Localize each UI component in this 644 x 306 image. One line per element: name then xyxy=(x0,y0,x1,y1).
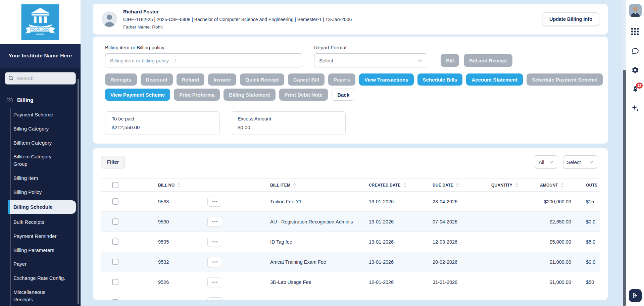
report-format-select[interactable]: Select xyxy=(314,53,427,67)
action-button-back[interactable]: Back xyxy=(332,89,355,101)
sidebar-item-billing-policy[interactable]: Billing Policy xyxy=(13,185,66,199)
row-checkbox[interactable] xyxy=(112,279,118,285)
sidebar-scrollbar[interactable] xyxy=(78,79,79,304)
table-filter-button[interactable]: Filter xyxy=(101,156,125,168)
sidebar-item-billitem-category[interactable]: BillItem Category xyxy=(13,136,66,150)
row-actions-button[interactable]: ⋯ xyxy=(207,217,222,227)
report-format-label: Report Format xyxy=(314,45,427,50)
table-row: 9532⋯Amcat Training Exam Fee13-01-202620… xyxy=(101,252,600,272)
cell-bill-no: 9530 xyxy=(150,212,198,232)
row-checkbox[interactable] xyxy=(112,259,118,265)
action-button-cancel-bill[interactable]: Cancel Bill xyxy=(288,73,325,86)
sidebar-item-miscellaneous-receipts[interactable]: Miscellaneous Receipts xyxy=(13,285,66,306)
row-checkbox[interactable] xyxy=(112,299,118,300)
sidebar-item-billitem-category-group[interactable]: Billitem Category Group xyxy=(13,150,66,171)
logo-area: YOUR LOGO HERE xyxy=(0,0,81,44)
row-checkbox[interactable] xyxy=(112,239,118,245)
action-button-print-proforma[interactable]: Print Proforma xyxy=(174,89,220,101)
row-select-cell xyxy=(101,212,150,232)
sidebar-item-billing-parameters[interactable]: Billing Parameters xyxy=(13,243,66,257)
vertical-scrollbar-thumb[interactable] xyxy=(623,70,626,306)
action-button-schedule-bills[interactable]: Schedule Bills xyxy=(417,73,463,86)
right-icon-rail: 12 xyxy=(626,0,644,306)
cell-quantity xyxy=(483,252,532,272)
sort-icon[interactable] xyxy=(515,183,518,188)
settings-gear-icon[interactable] xyxy=(631,66,639,74)
student-avatar xyxy=(102,11,117,27)
sidebar-item-bulk-receipts[interactable]: Bulk Receipts xyxy=(13,215,66,229)
row-checkbox[interactable] xyxy=(112,218,118,225)
page-size-select[interactable]: All xyxy=(535,155,557,169)
cell-quantity xyxy=(483,272,532,292)
table-action-select[interactable]: Select xyxy=(563,155,597,169)
sidebar-section-billing[interactable]: Billing xyxy=(0,94,81,106)
logout-button[interactable] xyxy=(629,289,642,302)
column-header-created-date[interactable]: CREATED DATE xyxy=(361,179,426,192)
cell-bill-item: Tuition Fee Y1 xyxy=(262,192,361,212)
sidebar-item-billing-category[interactable]: Billing Category xyxy=(13,122,66,136)
sidebar-item-billing-schedule[interactable]: Billing Schedule xyxy=(8,200,76,214)
action-button-print-debit-note[interactable]: Print Debit Note xyxy=(279,89,328,101)
cell-amount: $2,650.00 xyxy=(532,212,575,232)
cell-created-date xyxy=(361,292,426,300)
sidebar-item-payer[interactable]: Payer xyxy=(13,257,66,271)
action-button-view-payment-scheme[interactable]: View Payment Scheme xyxy=(105,89,170,101)
row-checkbox[interactable] xyxy=(112,198,118,205)
action-button-account-statement[interactable]: Account Statement xyxy=(466,73,523,86)
sidebar-search xyxy=(5,72,76,85)
row-actions-button[interactable]: ⋯ xyxy=(207,277,222,287)
chat-icon[interactable] xyxy=(631,47,639,55)
sidebar-item-payment-scheme[interactable]: Payment Scheme xyxy=(13,108,66,122)
sparkles-icon[interactable] xyxy=(631,104,639,112)
action-button-discount[interactable]: Discount xyxy=(141,73,173,86)
sidebar-item-exchange-rate-config[interactable]: Exchange Rate Config. xyxy=(13,271,66,285)
column-header-amount[interactable]: AMOUNT xyxy=(532,179,575,192)
sort-icon[interactable] xyxy=(561,183,564,188)
row-actions-button[interactable]: ⋯ xyxy=(207,197,222,207)
sort-icon[interactable] xyxy=(456,183,459,188)
vertical-scrollbar-track[interactable] xyxy=(623,0,626,306)
sort-icon[interactable] xyxy=(293,183,296,188)
action-button-schedule-payment-scheme[interactable]: Schedule Payment Scheme xyxy=(527,73,603,86)
action-button-view-transactions[interactable]: View Transactions xyxy=(359,73,414,86)
update-billing-info-button[interactable]: Update Billing Info xyxy=(543,12,599,26)
cell-bill-no: 9533 xyxy=(150,192,198,212)
select-all-checkbox[interactable] xyxy=(112,182,118,188)
row-actions-cell: ⋯ xyxy=(198,272,262,292)
action-button-quick-receipt[interactable]: Quick Receipt xyxy=(240,73,284,86)
action-button-receipts[interactable]: Receipts xyxy=(105,73,137,86)
apps-grid-icon[interactable] xyxy=(631,28,639,36)
billing-item-input[interactable] xyxy=(105,53,302,67)
cell-bill-item: Amcat Training Exam Fee xyxy=(262,252,361,272)
column-header-bill-no[interactable]: BILL NO xyxy=(150,179,198,192)
sort-icon[interactable] xyxy=(177,183,180,188)
chevron-down-icon xyxy=(549,161,553,163)
row-actions-button[interactable]: ⋯ xyxy=(207,237,222,247)
sort-icon[interactable] xyxy=(403,183,406,188)
row-actions-button[interactable]: ⋯ xyxy=(207,257,222,267)
user-avatar[interactable] xyxy=(629,4,642,17)
action-button-billing-statement[interactable]: Billing Statement xyxy=(224,89,276,101)
action-button-refund[interactable]: Refund xyxy=(177,73,205,86)
to-be-paid-label: To be paid: xyxy=(112,116,213,121)
column-header-bill-item[interactable]: BILL ITEM xyxy=(262,179,361,192)
row-select-cell xyxy=(101,192,150,212)
action-button-payers[interactable]: Payers xyxy=(328,73,355,86)
column-header-due-date[interactable]: DUE DATE xyxy=(426,179,483,192)
row-select-cell xyxy=(101,232,150,252)
bill-and-receipt-button[interactable]: Bill and Receipt xyxy=(464,54,512,67)
row-actions-button[interactable]: ⋯ xyxy=(207,297,222,300)
column-header-quantity[interactable]: QUANTITY xyxy=(483,179,532,192)
rocket-icon[interactable]: 12 xyxy=(631,85,639,93)
ellipsis-icon: ⋯ xyxy=(212,259,218,265)
cell-amount: $200,000.00 xyxy=(532,192,575,212)
student-details: CIHE-1182-25 | 2025-CSE-0408 | Bachelor … xyxy=(123,17,352,22)
search-input[interactable] xyxy=(5,72,76,85)
action-button-invoice[interactable]: Invoice xyxy=(208,73,236,86)
sidebar-item-billing-item[interactable]: Billing Item xyxy=(13,171,66,185)
sidebar-item-payment-reminder[interactable]: Payment Reminder xyxy=(13,229,66,243)
bill-button[interactable]: Bill xyxy=(441,54,459,67)
table-row: 9526⋯3D-Lab Usage Fee12-01-202631-01-202… xyxy=(101,272,600,292)
institute-logo: YOUR LOGO HERE xyxy=(21,4,59,40)
cell-bill-no: 9535 xyxy=(150,232,198,252)
